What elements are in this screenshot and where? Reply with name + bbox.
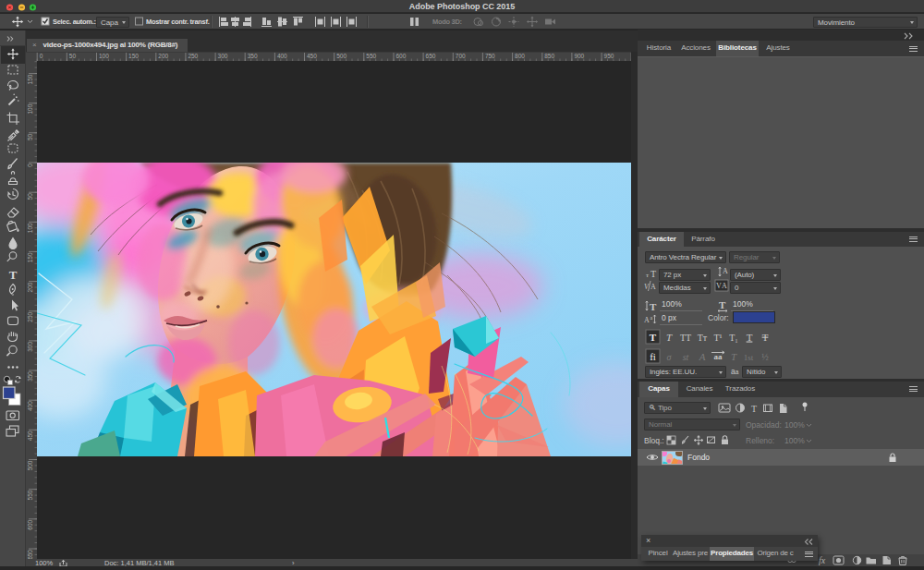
svg-text:0: 0 (40, 53, 43, 59)
svg-text:250: 250 (188, 53, 198, 59)
svg-text:σ: σ (667, 352, 673, 362)
svg-text:800: 800 (515, 53, 525, 59)
svg-text:fi: fi (650, 351, 656, 362)
svg-text:T: T (719, 299, 726, 310)
svg-text:150: 150 (27, 74, 33, 84)
svg-text:950: 950 (604, 53, 614, 59)
svg-text:T¹: T¹ (713, 333, 722, 343)
svg-text:1st: 1st (744, 353, 754, 362)
svg-text:300: 300 (218, 53, 228, 59)
svg-text:T: T (650, 269, 656, 279)
svg-text:Tт: Tт (698, 333, 708, 343)
svg-text:550: 550 (366, 53, 376, 59)
svg-text:T: T (731, 351, 737, 362)
svg-text:150: 150 (27, 252, 33, 262)
svg-text:T₁: T₁ (729, 333, 738, 343)
svg-text:100: 100 (27, 223, 33, 233)
svg-text:100: 100 (99, 53, 109, 59)
svg-text:T: T (9, 268, 18, 282)
svg-text:a: a (650, 315, 653, 321)
svg-text:200: 200 (158, 53, 168, 59)
svg-text:350: 350 (27, 371, 33, 382)
svg-text:550: 550 (27, 490, 33, 500)
svg-text:750: 750 (485, 53, 495, 59)
svg-text:T: T (751, 404, 757, 414)
svg-text:650: 650 (426, 53, 436, 59)
svg-text:T: T (762, 332, 769, 343)
svg-text:TT: TT (680, 333, 691, 343)
svg-text:½: ½ (761, 352, 769, 362)
svg-text:T: T (650, 332, 657, 343)
svg-text:300: 300 (27, 342, 33, 352)
svg-text:50: 50 (27, 133, 33, 140)
svg-text:50: 50 (27, 193, 33, 200)
svg-text:st: st (683, 352, 689, 362)
svg-text:A: A (722, 282, 727, 290)
svg-text:aa: aa (714, 352, 723, 361)
svg-text:A: A (723, 267, 728, 275)
svg-text:fx: fx (819, 555, 826, 565)
svg-text:450: 450 (307, 53, 317, 59)
svg-text:400: 400 (277, 53, 287, 59)
svg-text:500: 500 (27, 460, 33, 470)
svg-text:100: 100 (27, 103, 33, 114)
svg-text:A: A (699, 351, 706, 362)
svg-text:600: 600 (27, 519, 33, 529)
svg-text:A: A (644, 316, 650, 324)
svg-text:600: 600 (396, 53, 407, 59)
svg-text:200: 200 (27, 282, 33, 292)
svg-text:450: 450 (27, 431, 33, 441)
svg-text:T: T (747, 332, 753, 343)
svg-text:400: 400 (27, 401, 33, 411)
svg-text:250: 250 (27, 311, 33, 321)
svg-text:T: T (650, 301, 657, 312)
svg-text:т: т (646, 272, 649, 279)
svg-text:500: 500 (336, 53, 346, 59)
svg-text:900: 900 (574, 53, 584, 59)
svg-text:0: 0 (27, 164, 33, 167)
svg-text:50: 50 (69, 53, 77, 59)
svg-text:350: 350 (248, 53, 258, 59)
svg-text:700: 700 (456, 53, 466, 59)
svg-text:T: T (666, 332, 673, 343)
svg-text:850: 850 (544, 53, 554, 59)
svg-text:A: A (650, 283, 656, 291)
svg-text:150: 150 (128, 53, 139, 59)
